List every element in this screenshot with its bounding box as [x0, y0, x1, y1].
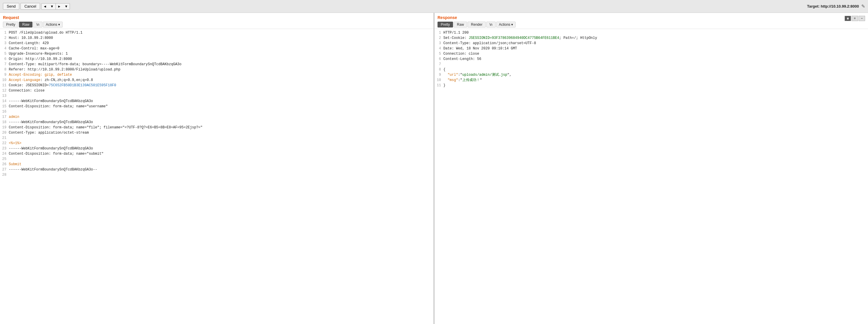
- table-row: 21: [0, 135, 433, 141]
- table-row: 1POST /FileUpload/upload.do HTTP/1.1: [0, 30, 433, 35]
- line-content: Content-Type: application/octet-stream: [9, 130, 433, 135]
- nav-back-button[interactable]: ◄: [41, 3, 49, 9]
- line-content: ------WebKitFormBoundarySnQTcdBAKbzqGA3o: [9, 146, 433, 151]
- line-number: 21: [0, 135, 9, 141]
- line-content: "url":"uploads/admin/测试.jsp",: [443, 72, 868, 77]
- line-number: 14: [0, 99, 9, 104]
- line-content: Upgrade-Insecure-Requests: 1: [9, 51, 433, 57]
- line-number: 5: [435, 51, 443, 57]
- table-row: 5Connection: close: [435, 51, 868, 57]
- line-content: [9, 93, 433, 99]
- table-row: 11Cookie: JSESSIONID=75C652FB50D1B3E139A…: [0, 83, 433, 88]
- line-number: 6: [435, 57, 443, 62]
- line-content: Accept-Encoding: gzip, deflate: [9, 72, 433, 77]
- table-row: 4Cache-Control: max-age=0: [0, 46, 433, 51]
- line-content: [443, 62, 868, 67]
- line-content: ------WebKitFormBoundarySnQTcdBAKbzqGA3o: [9, 120, 433, 125]
- edit-icon[interactable]: ✎: [861, 3, 865, 9]
- main-content: Request Pretty Raw \n Actions ▾ 1POST /F…: [0, 13, 868, 324]
- toolbar-left: Send Cancel ◄ ▼ ► ▼: [3, 3, 70, 10]
- table-row: 3Content-Type: application/json;charset=…: [435, 41, 868, 46]
- line-content: Content-Length: 429: [9, 41, 433, 46]
- line-content: [9, 135, 433, 141]
- table-row: 17admin: [0, 114, 433, 120]
- request-tab-raw[interactable]: Raw: [19, 22, 32, 28]
- table-row: 26Submit: [0, 162, 433, 167]
- request-panel-header: Request Pretty Raw \n Actions ▾: [0, 13, 433, 29]
- line-content: Content-Disposition: form-data; name="su…: [9, 151, 433, 157]
- line-content: Set-Cookie: JSESSIONID=93F378639684940DC…: [443, 35, 868, 41]
- table-row: 12Connection: close: [0, 88, 433, 93]
- request-actions-dropdown[interactable]: Actions ▾: [43, 22, 63, 28]
- response-actions-dropdown[interactable]: Actions ▾: [496, 22, 516, 28]
- line-number: 18: [0, 120, 9, 125]
- line-number: 4: [435, 46, 443, 51]
- table-row: 22<%=1%>: [0, 141, 433, 146]
- line-number: 22: [0, 141, 9, 146]
- line-content: [9, 157, 433, 162]
- nav-forward-dropdown[interactable]: ▼: [63, 3, 70, 9]
- line-number: 7: [435, 62, 443, 67]
- line-number: 20: [0, 130, 9, 135]
- cancel-button[interactable]: Cancel: [21, 3, 40, 10]
- line-number: 9: [435, 72, 443, 77]
- line-content: POST /FileUpload/upload.do HTTP/1.1: [9, 30, 433, 35]
- request-tab-newline[interactable]: \n: [33, 22, 42, 28]
- line-content: admin: [9, 114, 433, 120]
- line-content: Submit: [9, 162, 433, 167]
- toolbar: Send Cancel ◄ ▼ ► ▼ Target: http://10.10…: [0, 0, 868, 13]
- line-content: Origin: http://10.10.99.2:8000: [9, 57, 433, 62]
- line-number: 27: [0, 167, 9, 172]
- line-content: Accept-Language: zh-CN,zh;q=0.9,en;q=0.8: [9, 77, 433, 83]
- nav-back-dropdown[interactable]: ▼: [49, 3, 56, 9]
- request-tab-pretty[interactable]: Pretty: [3, 22, 19, 28]
- table-row: 23------WebKitFormBoundarySnQTcdBAKbzqGA…: [0, 146, 433, 151]
- table-row: 10Accept-Language: zh-CN,zh;q=0.9,en;q=0…: [0, 77, 433, 83]
- response-title-row: Response ▦ ≡ ⋯: [437, 15, 865, 22]
- line-content: Content-Disposition: form-data; name="us…: [9, 104, 433, 109]
- table-row: 6Content-Length: 56: [435, 57, 868, 62]
- response-tab-pretty[interactable]: Pretty: [437, 22, 453, 28]
- line-number: 10: [435, 77, 443, 83]
- line-content: <%=1%>: [9, 141, 433, 146]
- line-content: Content-Type: multipart/form-data; bound…: [9, 62, 433, 67]
- response-tab-newline[interactable]: \n: [486, 22, 496, 28]
- table-row: 20Content-Type: application/octet-stream: [0, 130, 433, 135]
- line-content: [9, 172, 433, 177]
- response-code-area[interactable]: 1HTTP/1.1 2002Set-Cookie: JSESSIONID=93F…: [435, 29, 868, 324]
- line-number: 16: [0, 109, 9, 114]
- send-button[interactable]: Send: [3, 3, 19, 10]
- response-tab-render[interactable]: Render: [468, 22, 486, 28]
- response-tab-raw[interactable]: Raw: [454, 22, 467, 28]
- line-content: "msg":"上传成功！": [443, 77, 868, 83]
- nav-forward-button[interactable]: ►: [56, 3, 63, 9]
- table-row: 6Origin: http://10.10.99.2:8000: [0, 57, 433, 62]
- response-panel: Response ▦ ≡ ⋯ Pretty Raw Render \n Acti…: [435, 13, 868, 324]
- request-code-area[interactable]: 1POST /FileUpload/upload.do HTTP/1.12Hos…: [0, 29, 433, 324]
- line-number: 1: [435, 30, 443, 35]
- line-number: 4: [0, 46, 9, 51]
- view-icon-grid[interactable]: ▦: [845, 16, 851, 21]
- line-content: }: [443, 83, 868, 88]
- table-row: 7Content-Type: multipart/form-data; boun…: [0, 62, 433, 67]
- request-tabs: Pretty Raw \n Actions ▾: [3, 22, 63, 28]
- response-tabs: Pretty Raw Render \n Actions ▾: [437, 22, 516, 28]
- view-icon-list[interactable]: ≡: [851, 16, 858, 21]
- response-panel-header: Response ▦ ≡ ⋯ Pretty Raw Render \n Acti…: [435, 13, 868, 29]
- line-content: ------WebKitFormBoundarySnQTcdBAKbzqGA3o: [9, 99, 433, 104]
- line-number: 25: [0, 157, 9, 162]
- table-row: 8{: [435, 67, 868, 72]
- table-row: 10 "msg":"上传成功！": [435, 77, 868, 83]
- view-icon-dots[interactable]: ⋯: [859, 16, 865, 21]
- table-row: 25: [0, 157, 433, 162]
- line-number: 13: [0, 93, 9, 99]
- line-content: Date: Wed, 18 Nov 2020 09:10:14 GMT: [443, 46, 868, 51]
- line-content: Content-Disposition: form-data; name="fi…: [9, 125, 433, 130]
- line-content: Content-Length: 56: [443, 57, 868, 62]
- toolbar-right: Target: http://10.10.99.2:8000 ✎: [807, 3, 865, 9]
- line-number: 2: [435, 35, 443, 41]
- response-panel-title: Response: [437, 15, 457, 20]
- table-row: 4Date: Wed, 18 Nov 2020 09:10:14 GMT: [435, 46, 868, 51]
- table-row: 8Referer: http://10.10.99.2:8000/FileUpl…: [0, 67, 433, 72]
- line-number: 6: [0, 57, 9, 62]
